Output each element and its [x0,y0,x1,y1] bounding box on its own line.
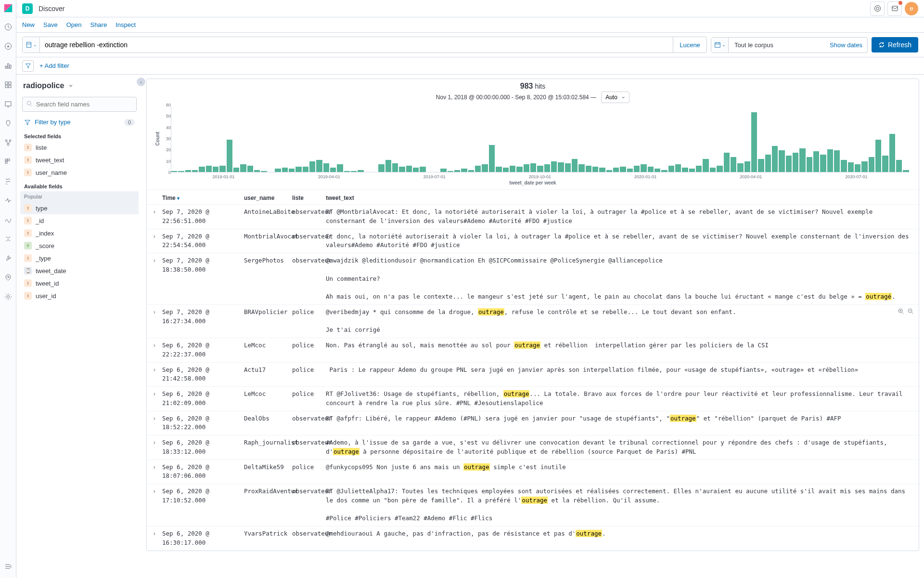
nav-siem-icon[interactable] [3,234,13,244]
histogram-bar[interactable] [675,164,681,172]
col-user[interactable]: user_name [244,195,292,201]
histogram-bar[interactable] [510,166,515,172]
histogram-bar[interactable] [620,167,626,172]
expand-row-icon[interactable]: › [153,341,162,359]
histogram-bar[interactable] [799,148,805,172]
histogram-bar[interactable] [648,167,654,172]
histogram-bar[interactable] [606,170,612,172]
histogram-bar[interactable] [592,167,598,172]
histogram-bar[interactable] [586,166,591,172]
histogram-bar[interactable] [199,167,205,172]
field-_type[interactable]: t_type [20,252,139,264]
expand-row-icon[interactable]: › [153,208,162,226]
field-liste[interactable]: tliste [20,141,139,154]
histogram-bar[interactable] [178,171,184,172]
expand-row-icon[interactable]: › [153,529,162,548]
histogram-bar[interactable] [848,162,854,172]
histogram-bar[interactable] [779,150,784,172]
saved-queries-button[interactable]: ⌄ [23,37,40,53]
histogram-bar[interactable] [641,164,646,172]
filter-by-type-button[interactable]: Filter by type 0 [20,116,139,129]
histogram-bar[interactable] [578,164,584,172]
histogram-bar[interactable] [558,162,564,172]
histogram-bar[interactable] [717,166,722,172]
histogram-bar[interactable] [185,170,191,172]
add-filter-link[interactable]: + Add filter [39,62,69,69]
inspect-link[interactable]: Inspect [116,21,136,28]
nav-recently-viewed-icon[interactable] [3,22,13,32]
histogram-bar[interactable] [468,170,474,172]
newsfeed-icon[interactable] [887,1,902,16]
field-_score[interactable]: #_score [20,239,139,252]
histogram-bar[interactable] [703,159,708,172]
histogram-bar[interactable] [807,157,812,172]
histogram-bar[interactable] [171,171,177,172]
histogram-bar[interactable] [192,170,198,172]
expand-row-icon[interactable]: › [153,256,162,302]
date-quick-button[interactable]: ⌄ [711,38,729,53]
histogram-bar[interactable] [475,166,481,172]
histogram-bar[interactable] [385,160,391,172]
field-_index[interactable]: t_index [20,227,139,239]
histogram-bar[interactable] [820,155,826,172]
zoom-in-icon[interactable] [898,308,904,315]
nav-dev-tools-icon[interactable] [3,253,13,263]
expand-row-icon[interactable]: › [153,463,162,481]
histogram-bar[interactable] [344,171,350,172]
query-input[interactable] [40,37,673,53]
collapse-sidebar-icon[interactable]: ‹ [137,78,145,86]
refresh-button[interactable]: Refresh [872,37,918,53]
zoom-out-icon[interactable] [907,308,914,315]
histogram-bar[interactable] [903,170,909,172]
expand-row-icon[interactable]: › [153,390,162,408]
histogram-bar[interactable] [275,169,281,172]
histogram-bar[interactable] [489,145,495,172]
histogram-bar[interactable] [261,171,267,172]
field-user_name[interactable]: tuser_name [20,166,139,179]
histogram-bar[interactable] [330,168,336,172]
expand-row-icon[interactable]: › [153,487,162,523]
histogram-bar[interactable] [524,164,529,172]
share-link[interactable]: Share [90,21,107,28]
histogram-bar[interactable] [696,166,702,172]
new-link[interactable]: New [22,21,35,28]
histogram-bar[interactable] [496,167,501,172]
field-tweet_text[interactable]: ttweet_text [20,154,139,166]
histogram-bar[interactable] [834,150,840,172]
expand-row-icon[interactable]: › [153,414,162,433]
histogram-bar[interactable] [351,171,357,172]
nav-apm-icon[interactable] [3,196,13,205]
histogram-bar[interactable] [869,157,874,172]
nav-monitoring-icon[interactable] [3,273,13,282]
histogram-bar[interactable] [316,160,322,172]
histogram-bar[interactable] [661,170,667,172]
histogram-bar[interactable] [482,164,488,172]
interval-select[interactable]: Auto [601,92,629,103]
histogram-bar[interactable] [627,169,633,172]
histogram-bar[interactable] [454,170,460,172]
histogram-bar[interactable] [710,168,716,172]
histogram-bar[interactable] [765,155,771,172]
histogram-bar[interactable] [247,166,253,172]
histogram-bar[interactable] [827,149,833,172]
histogram-bar[interactable] [219,166,225,172]
histogram-bar[interactable] [295,167,301,172]
histogram-bar[interactable] [599,168,605,172]
histogram-bar[interactable] [841,160,847,172]
histogram-bar[interactable] [634,166,640,172]
histogram-bar[interactable] [413,168,419,172]
nav-discover-icon[interactable] [3,41,13,51]
col-tweet[interactable]: tweet_text [326,195,913,201]
histogram-bar[interactable] [654,169,660,172]
histogram-bar[interactable] [282,168,288,172]
help-icon[interactable] [870,1,885,16]
histogram-bar[interactable] [254,170,260,172]
field-user_id[interactable]: tuser_id [20,289,139,302]
histogram-bar[interactable] [682,168,688,172]
kibana-logo-icon[interactable] [3,3,13,13]
histogram-bar[interactable] [323,163,329,172]
nav-collapse-icon[interactable] [3,562,13,571]
histogram-bar[interactable] [861,161,867,172]
histogram-bar[interactable] [392,163,398,172]
nav-dashboard-icon[interactable] [3,80,13,90]
